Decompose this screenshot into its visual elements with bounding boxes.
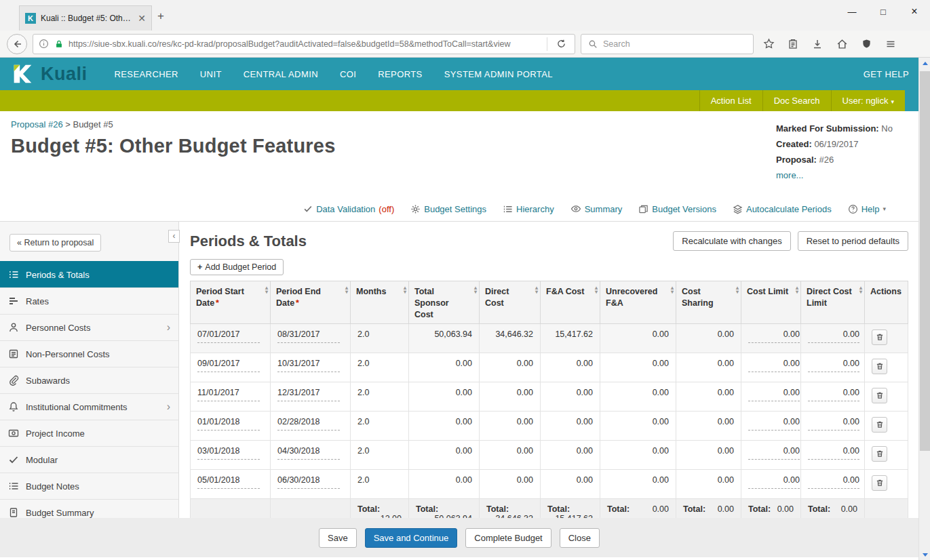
lock-icon[interactable] <box>54 35 64 54</box>
sidebar-collapse-button[interactable]: ‹ <box>168 230 180 243</box>
cost-limit-field[interactable]: 0.00 <box>748 475 800 489</box>
data-validation-button[interactable]: Data Validation (off) <box>303 204 394 214</box>
sidebar-item-non-personnel-costs[interactable]: Non-Personnel Costs <box>0 340 178 367</box>
col-direct-cost-limit[interactable]: Direct Cost Limit▴▾ <box>801 281 865 324</box>
direct-cost-limit-field[interactable]: 0.00 <box>808 388 859 401</box>
bookmarks-clipboard-icon[interactable] <box>783 35 802 54</box>
add-budget-period-button[interactable]: +Add Budget Period <box>190 259 284 275</box>
nav-item-reports[interactable]: REPORTS <box>378 69 422 79</box>
sidebar-item-personnel-costs[interactable]: Personnel Costs › <box>0 314 178 340</box>
hierarchy-button[interactable]: Hierarchy <box>503 204 554 214</box>
cost-limit-field[interactable]: 0.00 <box>748 329 800 343</box>
delete-period-button[interactable] <box>872 446 887 462</box>
scroll-down-icon[interactable] <box>919 549 930 560</box>
delete-period-button[interactable] <box>872 359 887 374</box>
vertical-scrollbar[interactable] <box>918 58 930 560</box>
direct-cost-limit-field[interactable]: 0.00 <box>808 446 859 460</box>
cost-limit-field[interactable]: 0.00 <box>748 417 800 431</box>
action-list-link[interactable]: Action List <box>699 90 762 111</box>
sidebar-item-budget-notes[interactable]: Budget Notes <box>0 473 178 499</box>
url-input[interactable] <box>69 39 543 49</box>
col-total-sponsor-cost[interactable]: Total Sponsor Cost▴▾ <box>409 281 480 324</box>
period-end-field[interactable]: 08/31/2017 <box>277 329 340 343</box>
delete-period-button[interactable] <box>872 417 887 433</box>
sort-icon[interactable]: ▴▾ <box>474 286 477 294</box>
summary-button[interactable]: Summary <box>570 203 623 214</box>
direct-cost-limit-field[interactable]: 0.00 <box>808 359 859 372</box>
reload-icon[interactable] <box>551 35 570 54</box>
period-start-field[interactable]: 01/01/2018 <box>197 417 260 431</box>
direct-cost-limit-field[interactable]: 0.00 <box>808 417 859 431</box>
sidebar-item-subawards[interactable]: Subawards <box>0 367 178 393</box>
home-icon[interactable] <box>832 35 851 54</box>
cost-limit-field[interactable]: 0.00 <box>748 388 800 401</box>
shield-icon[interactable] <box>857 35 876 54</box>
sort-icon[interactable]: ▴▾ <box>404 286 406 294</box>
breadcrumb-proposal-link[interactable]: Proposal #26 <box>11 119 63 129</box>
col-cost-sharing[interactable]: Cost Sharing▴▾ <box>676 281 741 324</box>
direct-cost-limit-field[interactable]: 0.00 <box>808 475 859 489</box>
complete-budget-button[interactable]: Complete Budget <box>465 528 551 548</box>
nav-item-coi[interactable]: COI <box>340 69 356 79</box>
sort-icon[interactable]: ▴▾ <box>859 286 862 294</box>
sort-icon[interactable]: ▴▾ <box>345 286 348 294</box>
nav-item-central-admin[interactable]: CENTRAL ADMIN <box>244 69 318 79</box>
delete-period-button[interactable] <box>872 329 887 345</box>
budget-versions-button[interactable]: Budget Versions <box>638 204 716 214</box>
return-to-proposal-button[interactable]: « Return to proposal <box>9 234 101 252</box>
sort-icon[interactable]: ▴▾ <box>796 286 798 294</box>
close-button[interactable]: × <box>899 0 930 23</box>
col-fa-cost[interactable]: F&A Cost▴▾ <box>541 281 600 324</box>
scrollbar-thumb[interactable] <box>920 71 930 451</box>
sidebar-item-budget-summary[interactable]: Budget Summary <box>0 499 178 518</box>
budget-settings-button[interactable]: Budget Settings <box>410 204 486 214</box>
direct-cost-limit-field[interactable]: 0.00 <box>808 329 859 343</box>
search-bar[interactable] <box>581 34 754 54</box>
delete-period-button[interactable] <box>872 388 887 403</box>
period-end-field[interactable]: 04/30/2018 <box>277 446 340 460</box>
col-unrecovered-fa[interactable]: Unrecovered F&A▴▾ <box>600 281 676 324</box>
period-end-field[interactable]: 12/31/2017 <box>277 388 340 401</box>
period-start-field[interactable]: 11/01/2017 <box>197 388 260 401</box>
scroll-up-icon[interactable] <box>919 58 930 68</box>
cost-limit-field[interactable]: 0.00 <box>748 446 800 460</box>
col-period-end[interactable]: Period End Date*▴▾ <box>271 281 351 324</box>
sidebar-item-periods-totals[interactable]: Periods & Totals <box>0 261 178 287</box>
nav-item-researcher[interactable]: RESEARCHER <box>115 69 178 79</box>
info-icon[interactable] <box>37 35 50 54</box>
period-end-field[interactable]: 10/31/2017 <box>277 359 340 372</box>
back-icon[interactable] <box>7 34 27 54</box>
autocalculate-periods-button[interactable]: Autocalculate Periods <box>733 204 832 214</box>
col-period-start[interactable]: Period Start Date*▴▾ <box>191 281 271 324</box>
sort-icon[interactable]: ▴▾ <box>736 286 739 294</box>
period-start-field[interactable]: 03/01/2018 <box>197 446 260 460</box>
search-input[interactable] <box>603 39 748 49</box>
doc-search-link[interactable]: Doc Search <box>762 90 831 111</box>
period-start-field[interactable]: 05/01/2018 <box>197 475 260 489</box>
sidebar-item-modular[interactable]: Modular <box>0 446 178 473</box>
downloads-icon[interactable] <box>808 35 827 54</box>
sort-icon[interactable]: ▴▾ <box>595 286 598 294</box>
period-start-field[interactable]: 07/01/2017 <box>197 329 260 343</box>
period-end-field[interactable]: 02/28/2018 <box>277 417 340 431</box>
new-tab-button[interactable]: + <box>157 9 164 23</box>
cost-limit-field[interactable]: 0.00 <box>748 359 800 372</box>
delete-period-button[interactable] <box>872 475 887 491</box>
get-help-link[interactable]: GET HELP <box>864 69 909 79</box>
sidebar-item-institutional-commitments[interactable]: Institutional Commitments › <box>0 393 178 420</box>
period-end-field[interactable]: 06/30/2018 <box>277 475 340 489</box>
period-start-field[interactable]: 09/01/2017 <box>197 359 260 372</box>
minimize-button[interactable]: — <box>836 0 868 23</box>
close-budget-button[interactable]: Close <box>560 528 600 548</box>
sort-icon[interactable]: ▴▾ <box>535 286 538 294</box>
sidebar-item-project-income[interactable]: Project Income <box>0 420 178 446</box>
col-cost-limit[interactable]: Cost Limit▴▾ <box>741 281 801 324</box>
more-link[interactable]: more... <box>776 170 803 180</box>
bookmark-star-icon[interactable] <box>759 35 778 54</box>
nav-item-system-admin-portal[interactable]: SYSTEM ADMIN PORTAL <box>444 69 553 79</box>
maximize-button[interactable]: □ <box>868 0 899 23</box>
col-direct-cost[interactable]: Direct Cost▴▾ <box>480 281 541 324</box>
nav-item-unit[interactable]: UNIT <box>200 69 222 79</box>
menu-hamburger-icon[interactable] <box>881 35 900 54</box>
url-bar[interactable] <box>33 34 575 54</box>
